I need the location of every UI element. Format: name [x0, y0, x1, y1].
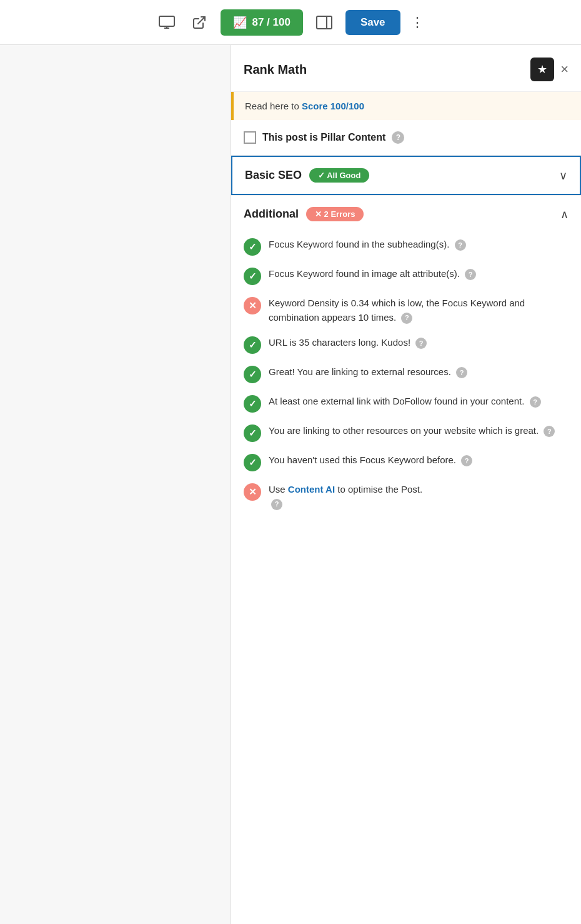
check-text-2: Focus Keyword found in image alt attribu…: [269, 267, 569, 281]
monitor-icon[interactable]: [156, 11, 178, 34]
help-icon-9[interactable]: ?: [271, 499, 282, 510]
help-icon-5[interactable]: ?: [456, 367, 467, 378]
help-icon-2[interactable]: ?: [465, 269, 476, 280]
sidebar-header-actions: ★ ×: [530, 58, 569, 81]
check-text-1: Focus Keyword found in the subheading(s)…: [269, 238, 569, 252]
additional-left: Additional ✕ 2 Errors: [244, 207, 364, 221]
score-link[interactable]: Score 100/100: [302, 101, 364, 111]
banner-text: Read here to: [245, 101, 302, 111]
info-banner: Read here to Score 100/100: [231, 92, 581, 120]
toolbar: 📈 87 / 100 Save ⋮: [0, 0, 581, 45]
editor-panel: [0, 45, 231, 924]
check-item-1: ✓ Focus Keyword found in the subheading(…: [244, 238, 569, 256]
svg-rect-0: [159, 16, 174, 26]
svg-rect-4: [317, 16, 332, 29]
main-layout: Rank Math ★ × Read here to Score 100/100…: [0, 45, 581, 924]
check-item-8: ✓ You haven't used this Focus Keyword be…: [244, 453, 569, 471]
check-item-6: ✓ At least one external link with DoFoll…: [244, 394, 569, 413]
pillar-content-row: This post is Pillar Content ?: [231, 120, 581, 156]
sidebar-title: Rank Math: [244, 63, 307, 77]
score-label: 87 / 100: [252, 16, 290, 29]
additional-title: Additional: [244, 208, 299, 221]
check-item-3: ✕ Keyword Density is 0.34 which is low, …: [244, 296, 569, 324]
check-icon-error-3: ✕: [244, 297, 261, 314]
help-icon-6[interactable]: ?: [530, 396, 541, 408]
more-options-icon[interactable]: ⋮: [410, 14, 425, 31]
basic-seo-left: Basic SEO ✓ All Good: [245, 168, 369, 183]
check-icon-success-4: ✓: [244, 336, 261, 354]
pillar-label: This post is Pillar Content: [262, 132, 385, 143]
check-icon-success-8: ✓: [244, 454, 261, 471]
check-icon-success-7: ✓: [244, 424, 261, 442]
check-icon-success-5: ✓: [244, 366, 261, 383]
check-item-5: ✓ Great! You are linking to external res…: [244, 365, 569, 383]
check-icon-error-9: ✕: [244, 483, 261, 501]
additional-chevron: ∧: [560, 208, 569, 221]
additional-badge: ✕ 2 Errors: [306, 207, 364, 221]
basic-seo-title: Basic SEO: [245, 169, 302, 182]
star-button[interactable]: ★: [530, 58, 554, 81]
check-text-7: You are linking to other resources on yo…: [269, 424, 569, 438]
close-button[interactable]: ×: [560, 61, 569, 78]
check-item-9: ✕ Use Content AI to optimise the Post. ?: [244, 483, 569, 511]
additional-section-header[interactable]: Additional ✕ 2 Errors ∧: [231, 196, 581, 233]
pillar-help-icon[interactable]: ?: [392, 131, 404, 144]
check-item-4: ✓ URL is 35 characters long. Kudos! ?: [244, 336, 569, 354]
check-icon-success-2: ✓: [244, 268, 261, 285]
pillar-checkbox[interactable]: [244, 131, 256, 144]
additional-check-list: ✓ Focus Keyword found in the subheading(…: [231, 233, 581, 535]
help-icon-1[interactable]: ?: [455, 239, 466, 251]
check-text-5: Great! You are linking to external resou…: [269, 365, 569, 379]
check-icon-success-1: ✓: [244, 238, 261, 256]
help-icon-8[interactable]: ?: [461, 455, 472, 466]
check-text-3: Keyword Density is 0.34 which is low, th…: [269, 296, 569, 324]
sidebar-header: Rank Math ★ ×: [231, 45, 581, 92]
sidebar-toggle-icon[interactable]: [313, 11, 335, 34]
help-icon-3[interactable]: ?: [401, 313, 412, 324]
basic-seo-chevron: ∨: [559, 169, 567, 183]
help-icon-4[interactable]: ?: [415, 338, 427, 349]
svg-line-3: [198, 17, 205, 24]
additional-section: Additional ✕ 2 Errors ∧ ✓ Focus Keyword …: [231, 195, 581, 535]
check-text-9: Use Content AI to optimise the Post. ?: [269, 483, 569, 511]
score-arrow-icon: 📈: [233, 16, 247, 29]
content-ai-link[interactable]: Content AI: [288, 484, 335, 495]
check-text-4: URL is 35 characters long. Kudos! ?: [269, 336, 569, 350]
check-text-6: At least one external link with DoFollow…: [269, 394, 569, 409]
help-icon-7[interactable]: ?: [544, 426, 555, 437]
save-button[interactable]: Save: [345, 10, 400, 35]
score-button[interactable]: 📈 87 / 100: [221, 9, 302, 36]
check-icon-success-6: ✓: [244, 395, 261, 413]
check-text-8: You haven't used this Focus Keyword befo…: [269, 453, 569, 468]
check-item-7: ✓ You are linking to other resources on …: [244, 424, 569, 442]
external-link-icon[interactable]: [188, 11, 211, 34]
rank-math-panel: Rank Math ★ × Read here to Score 100/100…: [231, 45, 581, 924]
basic-seo-badge: ✓ All Good: [309, 168, 369, 183]
check-item-2: ✓ Focus Keyword found in image alt attri…: [244, 267, 569, 285]
basic-seo-section-header[interactable]: Basic SEO ✓ All Good ∨: [231, 156, 581, 195]
